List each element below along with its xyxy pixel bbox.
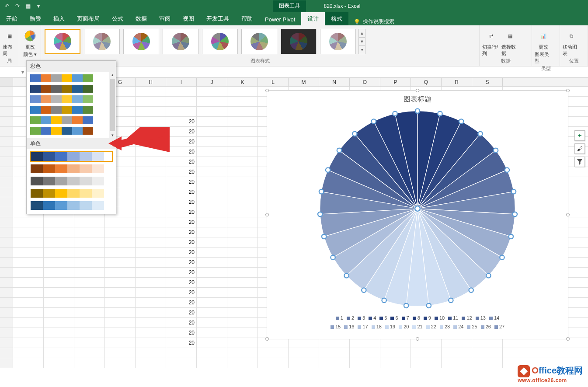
row-header[interactable] [0, 167, 13, 177]
legend-item[interactable]: 21 [412, 324, 422, 329]
row-header[interactable] [0, 107, 13, 116]
handle-ml[interactable] [265, 213, 269, 216]
cell[interactable] [136, 197, 166, 207]
row-header[interactable] [0, 157, 13, 167]
cell[interactable] [258, 338, 289, 348]
cell[interactable] [227, 217, 258, 227]
col-header[interactable]: L [258, 78, 289, 86]
legend-item[interactable]: 8 [413, 315, 420, 321]
cell[interactable] [44, 227, 74, 237]
handle-br[interactable] [566, 337, 570, 341]
row-header[interactable] [0, 237, 13, 247]
mono-scheme-option[interactable] [30, 188, 112, 198]
cell[interactable] [136, 217, 166, 227]
cell[interactable] [105, 278, 136, 287]
cell[interactable] [289, 358, 319, 368]
cell[interactable] [227, 318, 258, 328]
chart-title[interactable]: 图表标题 [267, 91, 568, 106]
row-header[interactable] [0, 177, 13, 187]
cell[interactable] [136, 237, 166, 247]
cell[interactable] [44, 268, 74, 277]
cell[interactable] [13, 258, 44, 267]
cell[interactable]: 20 [166, 268, 197, 277]
col-header[interactable]: K [227, 78, 258, 86]
cell[interactable] [13, 237, 44, 247]
cell[interactable]: 20 [166, 117, 197, 126]
cell[interactable] [13, 268, 44, 277]
cell[interactable] [44, 248, 74, 257]
cell[interactable] [166, 97, 197, 106]
cell[interactable] [136, 348, 166, 358]
cell[interactable] [74, 338, 105, 348]
cell[interactable] [74, 237, 105, 247]
cell[interactable] [136, 328, 166, 338]
cell[interactable] [197, 248, 227, 257]
cell[interactable]: 20 [166, 248, 197, 257]
cell[interactable] [105, 248, 136, 257]
cell[interactable] [197, 137, 227, 146]
row-header[interactable] [0, 137, 13, 146]
tab-layout[interactable]: 页面布局 [71, 12, 106, 25]
cell[interactable] [350, 338, 380, 348]
cell[interactable] [227, 338, 258, 348]
cell[interactable] [13, 217, 44, 227]
legend-item[interactable]: 22 [426, 324, 436, 329]
col-header[interactable]: H [136, 78, 166, 86]
row-header[interactable] [0, 298, 13, 307]
col-header[interactable]: S [472, 78, 503, 86]
cell[interactable] [197, 237, 227, 247]
cell[interactable] [197, 278, 227, 287]
legend-item[interactable]: 13 [476, 315, 486, 321]
cell[interactable]: 20 [166, 217, 197, 227]
change-chart-type-button[interactable]: 📊 更改 图表类型 [535, 28, 552, 64]
cell[interactable] [197, 157, 227, 167]
cell[interactable] [13, 318, 44, 328]
cell[interactable] [197, 177, 227, 187]
save-icon[interactable]: ▦ [24, 3, 31, 10]
cell[interactable] [13, 348, 44, 358]
cell[interactable] [74, 248, 105, 257]
cell[interactable] [74, 328, 105, 338]
cell[interactable] [44, 348, 74, 358]
cell[interactable] [227, 278, 258, 287]
cell[interactable] [44, 298, 74, 307]
cell[interactable] [197, 258, 227, 267]
cell[interactable] [227, 117, 258, 126]
chart-elements-button[interactable]: ＋ [574, 130, 585, 141]
cell[interactable] [197, 107, 227, 116]
cell[interactable] [105, 298, 136, 307]
legend-item[interactable]: 5 [379, 315, 387, 321]
cell[interactable] [319, 358, 350, 368]
chart-styles-button[interactable]: 🖌 [574, 143, 585, 154]
cell[interactable] [227, 248, 258, 257]
name-box[interactable]: ▾ [0, 66, 26, 77]
cell[interactable] [319, 348, 350, 358]
cell[interactable] [136, 248, 166, 257]
row-header[interactable] [0, 217, 13, 227]
cell[interactable] [105, 328, 136, 338]
row-header[interactable] [0, 147, 13, 157]
row-header[interactable] [0, 248, 13, 257]
cell[interactable] [258, 358, 289, 368]
cell[interactable] [227, 97, 258, 106]
legend-item[interactable]: 14 [489, 315, 499, 321]
change-colors-button[interactable]: 更改 颜色 ▾ [22, 28, 38, 58]
style-gallery-scroll[interactable]: ▲▼▾ [358, 29, 365, 54]
cell[interactable] [197, 167, 227, 177]
cell[interactable]: 20 [166, 187, 197, 197]
cell[interactable] [13, 358, 44, 368]
cell[interactable] [442, 348, 472, 358]
cell[interactable] [44, 308, 74, 317]
cell[interactable]: 20 [166, 137, 197, 146]
tab-formula[interactable]: 公式 [106, 12, 129, 25]
handle-tc[interactable] [416, 89, 419, 92]
cell[interactable] [44, 217, 74, 227]
color-scheme-option[interactable] [30, 85, 93, 93]
cell[interactable] [105, 358, 136, 368]
color-scheme-option[interactable] [30, 106, 93, 114]
legend-item[interactable]: 2 [347, 315, 354, 321]
col-header[interactable]: R [442, 78, 472, 86]
row-header[interactable] [0, 197, 13, 207]
cell[interactable] [380, 338, 411, 348]
row-header[interactable] [0, 288, 13, 297]
